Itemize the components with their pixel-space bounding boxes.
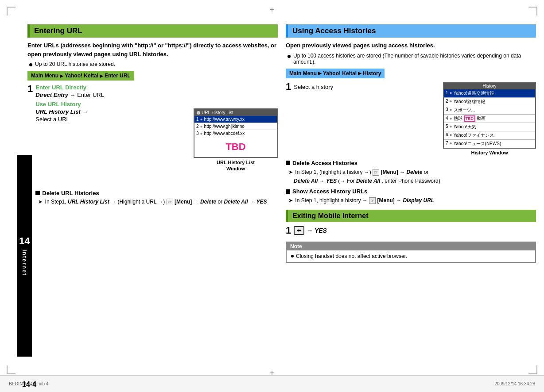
history-window-caption: History Window xyxy=(443,150,536,155)
del-a-deleteall: Delete All xyxy=(294,178,318,184)
window-icon xyxy=(197,111,200,115)
step1-content: Enter URL Directly Direct Entry → Enter … xyxy=(35,84,278,206)
tbd-text: TBD xyxy=(225,141,245,152)
h-icon3: ● xyxy=(450,107,452,113)
row1-icon: ● xyxy=(200,117,203,122)
hist-row-6: 6 ● Yahoo!ファイナンス xyxy=(444,131,535,140)
delete-access-title-row: Delete Access Histories xyxy=(286,160,536,166)
direct-entry-text: Direct Entry xyxy=(35,92,68,98)
step1-number: 1 xyxy=(27,84,33,94)
note-text: Closing handset does not affect active b… xyxy=(296,253,407,259)
del-deleteall: Delete All xyxy=(224,199,248,205)
left-column: Entering URL Enter URLs (addresses begin… xyxy=(27,24,278,370)
menu-key-show: ☞ xyxy=(369,197,376,204)
row3-text: http://www.abcdef.xx xyxy=(204,131,245,136)
right-step1-text: Select a history xyxy=(294,84,333,90)
hist-row-7: 7 ● Yahoo!ニュース(NEWS) xyxy=(444,140,535,148)
show-title-row: Show Access History URLs xyxy=(286,188,536,195)
delete-url-title: Delete URL Histories xyxy=(42,190,99,196)
row2-text: http://www.ghijklmno xyxy=(204,124,245,129)
right-column: Using Access Histories Open previously v… xyxy=(286,24,536,370)
black-square-icon-2 xyxy=(286,161,290,165)
delete-access-text: ➤ In Step 1, (highlight a history →) ☞ [… xyxy=(286,168,536,186)
del-or: or xyxy=(218,199,224,205)
corner-mark-tl xyxy=(7,7,16,15)
h-text7: Yahoo!ニュース(NEWS) xyxy=(454,141,501,147)
h-text4: 熱球 xyxy=(454,115,462,122)
nav-item-1: Main Menu xyxy=(31,73,58,79)
corner-mark-tr xyxy=(528,7,537,15)
bullet-dot-right xyxy=(288,55,291,58)
hist-row-5: 5 ● Yahoo!天気 xyxy=(444,123,535,131)
delete-url-text: ➤ In Step1, URL History List → (Highligh… xyxy=(35,198,278,206)
show-text: ➤ In Step 1, highlight a history → ☞ [Me… xyxy=(286,196,536,205)
chevron-right: ➤ xyxy=(38,199,43,205)
h-text5: Yahoo!天気 xyxy=(454,124,476,130)
window-row-2: 2 ● http://www.ghijklmno xyxy=(194,123,277,130)
h-text4b: 動画 xyxy=(477,115,486,122)
nav-arrow-1: ▶ xyxy=(60,73,63,78)
del-delete: Delete xyxy=(200,199,216,205)
delete-url-title-row: Delete URL Histories xyxy=(35,190,278,196)
h-icon1: ● xyxy=(450,90,452,96)
step1-sub2-row: URL History List → Select a URL URL Hist… xyxy=(35,108,278,172)
arrow1: → xyxy=(70,92,78,98)
del-a-arrow: → xyxy=(400,169,406,175)
arrow2: → xyxy=(82,108,88,115)
window-row-3: 3 ● http://www.abcdef.xx xyxy=(194,130,277,137)
sub-label-history: Use URL History xyxy=(35,101,278,108)
page-number: 14-4 xyxy=(22,380,36,388)
del-a-paren: (→ For xyxy=(338,178,356,184)
h-num3: 3 xyxy=(446,107,448,113)
rnav-arrow-1: ▶ xyxy=(318,71,322,76)
del-link1: URL History List xyxy=(68,199,109,205)
main-content: Entering URL Enter URLs (addresses begin… xyxy=(27,24,536,370)
nav-item-3: Enter URL xyxy=(105,73,131,79)
h-icon4: ● xyxy=(450,116,452,121)
url-history-list-text: URL History List xyxy=(35,108,81,115)
rnav-arrow-2: ▶ xyxy=(358,71,361,76)
url-history-window-container: URL History List 1 ● http://www.tuvwxy.x… xyxy=(194,108,278,172)
nav-arrow-2: ▶ xyxy=(100,73,103,78)
left-intro-text: Enter URLs (addresses beginning with "ht… xyxy=(27,41,278,58)
row3-num: 3 xyxy=(196,131,199,136)
h-icon6: ● xyxy=(450,132,452,138)
history-window-container: History 1 ● Yahoo!道路交通情報 2 ● Yahoo!路線情報 xyxy=(443,82,536,155)
del-arrow3: → xyxy=(194,199,200,205)
row2-icon: ● xyxy=(200,124,203,129)
row1-text: http://www.tuvwxy.xx xyxy=(204,117,245,122)
sub-label-enter: Enter URL Directly xyxy=(35,84,278,91)
h-icon7: ● xyxy=(450,141,452,147)
url-history-window: URL History List 1 ● http://www.tuvwxy.x… xyxy=(194,108,278,158)
back-button-icon: ⬅ xyxy=(294,226,304,235)
hist-row-4: 4 ● 熱球 TBD 動画 xyxy=(444,115,535,123)
left-bullet1: Up to 20 URL histories are stored. xyxy=(27,61,278,67)
del-arrow4: → xyxy=(249,199,256,205)
black-square-icon xyxy=(35,191,40,195)
h-icon2: ● xyxy=(450,99,452,105)
del-text2: → (Highlight a URL →) xyxy=(111,199,167,205)
del-a-indent: Delete All → YES (→ For Delete All , ent… xyxy=(288,178,440,184)
del-text1: In Step1, xyxy=(45,199,68,205)
rnav-item-3: History xyxy=(363,70,381,77)
right-step1-row: 1 Select a history History 1 ● Yahoo! xyxy=(286,82,536,155)
right-section-header: Using Access Histories xyxy=(286,24,536,38)
del-a-menu: [Menu] xyxy=(381,169,398,175)
center-cross-top xyxy=(270,5,275,15)
bullet-dot xyxy=(29,63,32,66)
note-content: Closing handset does not affect active b… xyxy=(287,250,535,262)
rnav-item-2: Yahoo! Keitai xyxy=(323,70,357,77)
row2-num: 2 xyxy=(196,124,199,129)
delete-access-section: Delete Access Histories ➤ In Step 1, (hi… xyxy=(286,160,536,186)
show-display-url: Display URL xyxy=(403,197,434,204)
url-history-titlebar: URL History List xyxy=(194,109,277,116)
h-text2: Yahoo!路線情報 xyxy=(454,99,485,105)
history-title: History xyxy=(482,84,496,88)
caption-line2: Window xyxy=(226,166,245,171)
window-row-1: 1 ● http://www.tuvwxy.xx xyxy=(194,116,277,123)
left-nav-breadcrumb: Main Menu ▶ Yahoo! Keitai ▶ Enter URL xyxy=(27,71,134,81)
hist-row-2: 2 ● Yahoo!路線情報 xyxy=(444,98,535,106)
h-icon5: ● xyxy=(450,124,452,130)
left-section-header: Entering URL xyxy=(27,24,278,38)
tbd-area: TBD xyxy=(194,137,277,157)
